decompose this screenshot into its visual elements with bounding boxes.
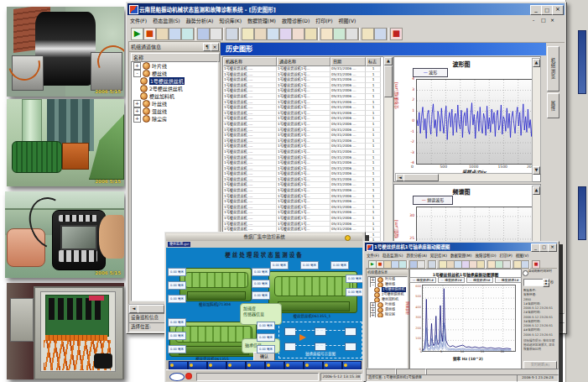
toolbar-icon[interactable] bbox=[226, 28, 238, 40]
toolbar-icon[interactable] bbox=[320, 28, 333, 40]
tree-item-梗丝加料机[interactable]: 梗丝加料机 bbox=[132, 92, 217, 100]
menu-item[interactable]: 视图(V) bbox=[516, 253, 529, 258]
auto-refresh-radio[interactable] bbox=[523, 270, 528, 276]
tree-expander-icon[interactable]: - bbox=[133, 70, 141, 77]
table-row[interactable]: 1号梗丝烘丝机 ....1号梗丝烘丝机1号...05/31/2006 ...1 bbox=[223, 128, 384, 133]
tree-item-叶片线[interactable]: +叶片线 bbox=[132, 62, 217, 70]
table-row[interactable]: 1号梗丝烘丝机 ....1号梗丝烘丝机1号...05/31/2006 ...1 bbox=[223, 222, 384, 228]
table-header-3[interactable]: 标志 bbox=[366, 57, 381, 66]
sensor-value-box[interactable]: 0.00 毫米 bbox=[168, 345, 186, 353]
refresh-seconds-input[interactable] bbox=[523, 279, 544, 286]
menu-item[interactable]: 打印(P) bbox=[315, 17, 332, 24]
menu-item[interactable]: 稳态监测(S) bbox=[382, 253, 403, 258]
minimize-button[interactable]: _ bbox=[530, 5, 542, 15]
menu-item[interactable]: 故障诊断(D) bbox=[475, 253, 496, 258]
toolbar-icon[interactable] bbox=[333, 28, 346, 40]
table-row[interactable]: 1号梗丝烘丝机 ....1号梗丝烘丝机1号...05/31/2006 ...1 bbox=[223, 122, 384, 128]
table-row[interactable]: 1号梗丝烘丝机 ....1号梗丝烘丝机1号...05/31/2006 ...1 bbox=[223, 160, 384, 166]
table-row[interactable]: 1号梗丝烘丝机 ....1号梗丝烘丝机1号...05/31/2006 ...1 bbox=[223, 216, 384, 222]
toolbar-icon[interactable]: ▶ bbox=[131, 28, 143, 40]
menu-item[interactable]: 故障诊断(D) bbox=[282, 17, 310, 24]
sensor-value-box[interactable]: 0.00 毫米 bbox=[346, 288, 362, 296]
tree-item-混丝线[interactable]: +混丝线 bbox=[132, 107, 217, 115]
menu-item[interactable]: 视图(V) bbox=[339, 17, 356, 24]
sensor-value-box[interactable]: 0.00 毫米 bbox=[168, 332, 186, 340]
side-tab-props[interactable]: 属性 bbox=[547, 93, 559, 118]
mdi-close-button[interactable]: × bbox=[550, 17, 554, 23]
scada-titlebar[interactable]: 卷烟厂集中监控系统 bbox=[166, 233, 362, 241]
scroll-thumb[interactable] bbox=[384, 65, 393, 97]
table-row[interactable]: 1号梗丝烘丝机 ....1号梗丝烘丝机1号...05/31/2006 ...1 bbox=[223, 171, 384, 177]
tree-item-梗丝线[interactable]: -梗丝线 bbox=[132, 70, 217, 77]
toolbar-icon[interactable] bbox=[374, 28, 387, 40]
sensor-value-box[interactable]: 0.00 毫米 bbox=[330, 261, 349, 269]
table-header-1[interactable]: 通道名称 bbox=[277, 57, 330, 66]
scroll-thumb[interactable] bbox=[138, 305, 164, 313]
tree-expander-icon[interactable]: + bbox=[370, 312, 376, 317]
table-row[interactable]: 1号梗丝烘丝机 ....1号梗丝烘丝机1号...05/31/2006 ...1 bbox=[223, 182, 384, 188]
sensor-value-box[interactable]: 0.00 毫米 bbox=[257, 333, 275, 342]
sensor-value-box[interactable]: 0.00 毫米 bbox=[168, 318, 186, 327]
tree-expander-icon[interactable]: + bbox=[133, 100, 141, 107]
table-row[interactable]: 1号梗丝烘丝机 ....1号梗丝烘丝机1号...05/31/2006 ...1 bbox=[223, 210, 384, 216]
sensor-value-box[interactable]: 0.00 毫米 bbox=[270, 261, 289, 269]
tree-item-2号梗丝烘丝机[interactable]: 2号梗丝烘丝机 bbox=[132, 85, 217, 92]
tree-item-叶丝线[interactable]: +叶丝线 bbox=[132, 100, 217, 107]
table-row[interactable]: 1号梗丝烘丝机 ....1号梗丝烘丝机1号...05/31/2006 ...1 bbox=[223, 177, 384, 183]
dock-close-icon[interactable]: × bbox=[211, 43, 219, 51]
side-tab-browse[interactable]: 机组浏览 bbox=[547, 46, 559, 92]
table-row[interactable]: 1号梗丝烘丝机 ....1号梗丝烘丝机1号...05/31/2006 ...1 bbox=[223, 94, 384, 100]
table-header-0[interactable]: 机器名称 bbox=[223, 57, 277, 66]
toolbar-icon[interactable] bbox=[362, 28, 374, 40]
scroll-up-icon[interactable]: ▲ bbox=[533, 59, 540, 67]
main-titlebar[interactable]: 云南昆船振动机械状态监测和故障诊断系统 - [历史图形] bbox=[127, 3, 565, 15]
sensor-value-box[interactable]: 0.00 毫米 bbox=[252, 280, 270, 288]
sensor-value-box[interactable]: 0.00 毫米 bbox=[252, 268, 270, 276]
menu-item[interactable]: 文件(F) bbox=[130, 17, 147, 24]
table-row[interactable]: 1号梗丝烘丝机 ....1号梗丝烘丝机1号...05/31/2006 ...1 bbox=[223, 66, 384, 72]
tree-expander-icon[interactable]: + bbox=[133, 115, 141, 123]
waveform-v-scrollbar[interactable]: ▲ ▼ bbox=[532, 58, 541, 174]
toolbar-icon[interactable] bbox=[169, 28, 181, 40]
table-row[interactable]: 1号梗丝烘丝机 ....1号梗丝烘丝机1号...05/31/2006 ...1 bbox=[223, 155, 384, 161]
toolbar-icon[interactable]: ■ bbox=[143, 28, 156, 40]
scroll-thumb[interactable] bbox=[403, 174, 439, 181]
mdi-minimize-button[interactable]: - bbox=[533, 17, 534, 23]
menu-item[interactable]: 文件(F) bbox=[367, 253, 379, 258]
sensor-value-box[interactable]: 0.00 毫米 bbox=[168, 268, 186, 276]
spin-down-icon[interactable]: ▼ bbox=[543, 282, 549, 287]
table-row[interactable]: 1号梗丝烘丝机 ....1号梗丝烘丝机1号...05/31/2006 ...1 bbox=[223, 77, 384, 83]
toolbar-icon[interactable] bbox=[279, 28, 292, 40]
toolbar-icon[interactable] bbox=[242, 28, 254, 40]
table-row[interactable]: 1号梗丝烘丝机 ....1号梗丝烘丝机1号...05/31/2006 ...1 bbox=[223, 133, 384, 139]
menu-item[interactable]: 稳态监测(S) bbox=[153, 17, 180, 24]
sensor-value-box[interactable]: 0.00 毫米 bbox=[257, 345, 275, 353]
restore-button[interactable]: □ bbox=[541, 5, 553, 15]
table-row[interactable]: 1号梗丝烘丝机 ....1号梗丝烘丝机1号...05/31/2006 ...1 bbox=[223, 111, 384, 117]
table-row[interactable]: 1号梗丝烘丝机 ....1号梗丝烘丝机1号...05/31/2006 ...1 bbox=[223, 72, 384, 78]
sensor-value-box[interactable]: 0.00 毫米 bbox=[257, 322, 275, 330]
spectrum-tree[interactable]: +叶片线-梗丝线1号梗丝烘丝机2号梗丝烘丝机梗丝加料机+叶丝线+混丝线+除尘房 bbox=[367, 276, 408, 369]
table-row[interactable]: 1号梗丝烘丝机 ....1号梗丝烘丝机1号...05/31/2006 ...1 bbox=[223, 116, 384, 122]
toolbar-icon[interactable]: ■ bbox=[390, 28, 403, 40]
table-row[interactable]: 1号梗丝烘丝机 ....1号梗丝烘丝机1号...05/31/2006 ...1 bbox=[223, 139, 384, 144]
table-row[interactable]: 1号梗丝烘丝机 ....1号梗丝烘丝机1号...05/31/2006 ...1 bbox=[223, 144, 384, 149]
scroll-up-icon[interactable]: ▲ bbox=[384, 57, 393, 65]
sensor-value-box[interactable]: 0.00 毫米 bbox=[346, 275, 362, 283]
table-row[interactable]: 1号梗丝烘丝机 ....1号梗丝烘丝机1号...05/31/2006 ...1 bbox=[223, 83, 384, 89]
mdi-restore-button[interactable]: □ bbox=[541, 17, 546, 23]
table-row[interactable]: 1号梗丝烘丝机 ....1号梗丝烘丝机1号...05/31/2006 ...1 bbox=[223, 205, 384, 211]
sensor-value-box[interactable]: 0.00 毫米 bbox=[168, 281, 186, 290]
table-row[interactable]: 1号梗丝烘丝机 ....1号梗丝烘丝机1号...05/31/2006 ...1 bbox=[223, 100, 384, 106]
close-button[interactable]: × bbox=[548, 243, 557, 252]
waveform-h-scrollbar[interactable]: ◄ bbox=[395, 173, 533, 182]
table-row[interactable]: 1号梗丝烘丝机 ....1号梗丝烘丝机1号...05/31/2006 ...1 bbox=[223, 88, 384, 94]
tree-item-除尘房[interactable]: +除尘房 bbox=[368, 312, 407, 317]
sensor-value-box[interactable]: 0.00 毫米 bbox=[252, 291, 270, 300]
menu-item[interactable]: 趋势分析(A) bbox=[406, 253, 427, 258]
sensor-value-box[interactable]: 0.00 毫米 bbox=[168, 295, 186, 303]
table-row[interactable]: 1号梗丝烘丝机 ....1号梗丝烘丝机1号...05/31/2006 ...1 bbox=[223, 105, 384, 111]
toolbar-icon[interactable] bbox=[267, 28, 279, 40]
tree-expander-icon[interactable]: + bbox=[133, 107, 141, 115]
menu-item[interactable]: 知识库(K) bbox=[219, 17, 242, 24]
